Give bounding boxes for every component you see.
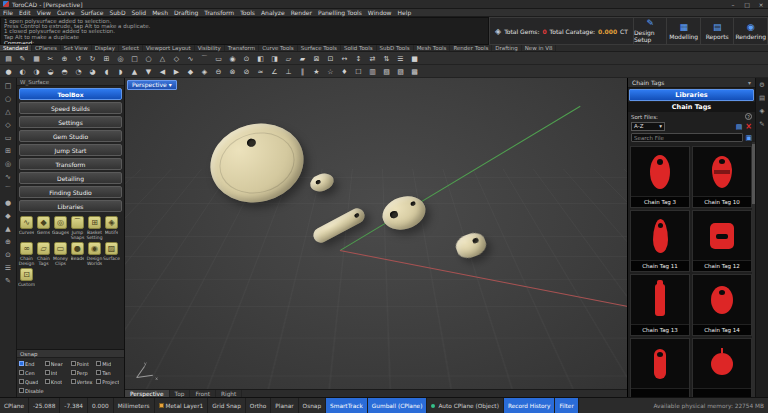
minimize-button[interactable]: – [726,0,740,9]
status-toggle[interactable]: Planar [271,398,298,413]
sidebar-strip-icon[interactable]: ◇ [2,119,15,132]
toolbar-icon[interactable]: ◧ [254,53,267,64]
toolbar-icon[interactable]: ✂ [44,53,57,64]
toolbar-icon[interactable]: ◀ [156,66,169,77]
osnap-checkbox[interactable] [45,379,50,384]
library-item[interactable]: Chain Tag 13 [630,274,690,336]
toolbar-tab[interactable]: CPlanes [32,45,61,51]
sidebar-strip-icon[interactable]: ⊞ [2,145,15,158]
toolbar-icon[interactable]: ∿ [184,53,197,64]
search-input[interactable] [631,133,743,142]
osnap-checkbox[interactable] [96,379,101,384]
toolbar-icon[interactable]: ◇ [170,53,183,64]
toolbar-tab[interactable]: Mesh Tools [414,45,451,51]
toolbar-icon[interactable]: ◎ [114,53,127,64]
viewport-tab[interactable]: Perspective [125,390,170,397]
osnap-checkbox[interactable] [71,370,76,375]
toolbar-icon[interactable]: ▲ [128,66,141,77]
osnap-option[interactable]: Project [96,377,122,386]
toolbar-tab[interactable]: Solid Tools [341,45,377,51]
toolbar-tab[interactable]: Transform [225,45,259,51]
osnap-option[interactable]: Tan [96,368,122,377]
search-icon[interactable]: ▣ [745,134,752,142]
osnap-checkbox[interactable] [71,379,76,384]
osnap-option[interactable]: Mid [96,359,122,368]
toolbox-panel-tab[interactable]: W_Surface [17,78,124,86]
panel-strip-icon[interactable]: ▤ [757,93,768,104]
toolbar-icon[interactable]: ◆ [184,66,197,77]
status-toggle[interactable]: Auto CPlane (Object) [427,398,504,413]
status-toggle[interactable]: Gumball (CPlane) [368,398,428,413]
sidebar-strip-icon[interactable]: ▭ [2,132,15,145]
panel-strip-icon[interactable]: ⚙ [757,80,768,91]
menu-item[interactable]: Surface [78,9,107,17]
osnap-option[interactable]: Cen [19,368,45,377]
library-item[interactable] [692,338,752,397]
status-toggle[interactable]: Ortho [246,398,271,413]
toolbar-icon[interactable]: ◈ [198,66,211,77]
units-readout[interactable]: Millimeters [114,398,155,413]
menu-item[interactable]: Render [288,9,315,17]
menu-item[interactable]: Help [395,9,415,17]
library-item[interactable]: Chain Tag 12 [692,210,752,272]
toolbar-icon[interactable]: ◔ [72,66,85,77]
toolbar-icon[interactable]: ⌒ [198,53,211,64]
folder-icon[interactable]: ▤ [736,123,743,131]
maximize-button[interactable]: □ [740,0,754,9]
menu-item[interactable]: View [34,9,54,17]
toolbar-tab[interactable]: New in V8 [522,45,557,51]
tool-button[interactable]: ▨ Surface [103,242,120,266]
menu-item[interactable]: Analyze [258,9,288,17]
toolbar-icon[interactable]: ⊖ [212,66,225,77]
toolbar-icon[interactable]: ☆ [324,66,337,77]
toolbar-icon[interactable]: ◐ [16,66,29,77]
menu-item[interactable]: Window [365,9,395,17]
tool-button[interactable]: ◎ Gauges [52,216,69,240]
workspace-button[interactable]: ◉ Rendering [734,18,767,44]
toolbar-icon[interactable]: ↕ [352,53,365,64]
toolbar-tab[interactable]: Drafting [492,45,521,51]
osnap-disable-option[interactable]: Disable [19,386,71,395]
tool-button[interactable]: ▭ Money Clips [52,242,69,266]
tool-button[interactable]: ◆ Gems [35,216,52,240]
workspace-button[interactable]: ▦ Modelling [667,18,701,44]
osnap-checkbox[interactable] [96,361,101,366]
toolbar-tab[interactable]: Set View [61,45,92,51]
library-item[interactable] [630,338,690,397]
menu-item[interactable]: SubD [106,9,128,17]
menu-item[interactable]: Edit [16,9,34,17]
menu-item[interactable]: Mesh [149,9,171,17]
menu-item[interactable]: Drafting [171,9,201,17]
panel-strip-icon[interactable]: ✎ [757,119,768,130]
tool-button[interactable]: ∿ Curves [18,216,35,240]
sidebar-strip-icon[interactable]: ☰ [2,262,15,275]
toolbar-icon[interactable]: ▩ [408,66,421,77]
toolbar-icon[interactable]: ▨ [394,66,407,77]
sidebar-strip-icon[interactable]: ✎ [2,275,15,288]
osnap-option[interactable]: Vertex [71,377,97,386]
sidebar-strip-icon[interactable]: ⌒ [2,184,15,197]
library-item[interactable]: Chain Tag 11 [630,210,690,272]
osnap-option[interactable]: Quad [19,377,45,386]
toolbar-icon[interactable]: ▥ [366,66,379,77]
viewport-tab[interactable]: Front [190,390,216,397]
osnap-option[interactable]: Int [45,368,71,377]
sidebar-strip-icon[interactable]: ◆ [2,210,15,223]
status-toggle[interactable]: Osnap [299,398,327,413]
toolbar-icon[interactable]: ◓ [58,66,71,77]
sidebar-strip-icon[interactable]: ⊙ [2,249,15,262]
toolbox-section-button[interactable]: Transform [19,158,122,170]
toolbar-icon[interactable]: ∠ [268,66,281,77]
osnap-option[interactable]: Point [71,359,97,368]
help-icon[interactable]: ? [745,113,752,120]
toolbar-icon[interactable]: ⊙ [240,53,253,64]
toolbar-tab[interactable]: Standard [0,45,32,51]
osnap-disable-checkbox[interactable] [19,388,24,393]
toolbar-icon[interactable]: ⊕ [58,53,71,64]
sidebar-strip-icon[interactable]: ∿ [2,171,15,184]
toolbar-icon[interactable]: ☐ [352,66,365,77]
toolbar-icon[interactable]: ◖ [100,66,113,77]
toolbar-tab[interactable]: Visibility [195,45,225,51]
toolbox-section-button[interactable]: Libraries [19,200,122,212]
toolbar-icon[interactable]: ◕ [86,66,99,77]
